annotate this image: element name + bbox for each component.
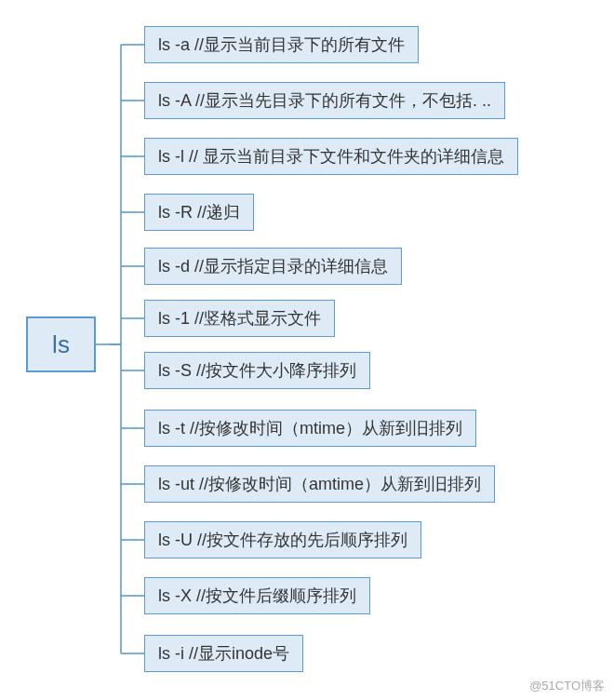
- node-ls-t: ls -t //按修改时间（mtime）从新到旧排列: [144, 410, 476, 447]
- node-ls-a: ls -a //显示当前目录下的所有文件: [144, 26, 419, 63]
- node-ls-ut: ls -ut //按修改时间（amtime）从新到旧排列: [144, 465, 495, 503]
- node-ls-S: ls -S //按文件大小降序排列: [144, 352, 370, 389]
- node-ls-i: ls -i //显示inode号: [144, 635, 303, 672]
- node-label: ls -i //显示inode号: [158, 642, 289, 665]
- node-ls-l: ls -l // 显示当前目录下文件和文件夹的详细信息: [144, 138, 518, 175]
- watermark-text: @51CTO博客: [529, 678, 605, 694]
- node-label: ls -ut //按修改时间（amtime）从新到旧排列: [158, 473, 481, 495]
- node-label: ls -a //显示当前目录下的所有文件: [158, 34, 405, 56]
- node-ls-U: ls -U //按文件存放的先后顺序排列: [144, 521, 421, 559]
- mindmap-canvas: ls ls -a //显示当前目录下的所有文件 ls -A //显示当先目录下的…: [0, 0, 614, 700]
- node-ls-R: ls -R //递归: [144, 194, 254, 231]
- node-label: ls -1 //竖格式显示文件: [158, 307, 321, 330]
- node-label: ls -U //按文件存放的先后顺序排列: [158, 529, 407, 551]
- node-label: ls -t //按修改时间（mtime）从新到旧排列: [158, 417, 462, 439]
- node-ls-d: ls -d //显示指定目录的详细信息: [144, 248, 402, 285]
- node-label: ls -d //显示指定目录的详细信息: [158, 255, 388, 277]
- root-node: ls: [26, 316, 96, 372]
- node-label: ls -S //按文件大小降序排列: [158, 359, 356, 382]
- root-label: ls: [52, 330, 70, 359]
- node-label: ls -A //显示当先目录下的所有文件，不包括. ..: [158, 89, 491, 112]
- node-label: ls -l // 显示当前目录下文件和文件夹的详细信息: [158, 145, 504, 168]
- node-label: ls -R //递归: [158, 201, 240, 223]
- node-ls-X: ls -X //按文件后缀顺序排列: [144, 577, 370, 614]
- node-label: ls -X //按文件后缀顺序排列: [158, 585, 356, 607]
- node-ls-1: ls -1 //竖格式显示文件: [144, 300, 335, 337]
- node-ls-A: ls -A //显示当先目录下的所有文件，不包括. ..: [144, 82, 505, 119]
